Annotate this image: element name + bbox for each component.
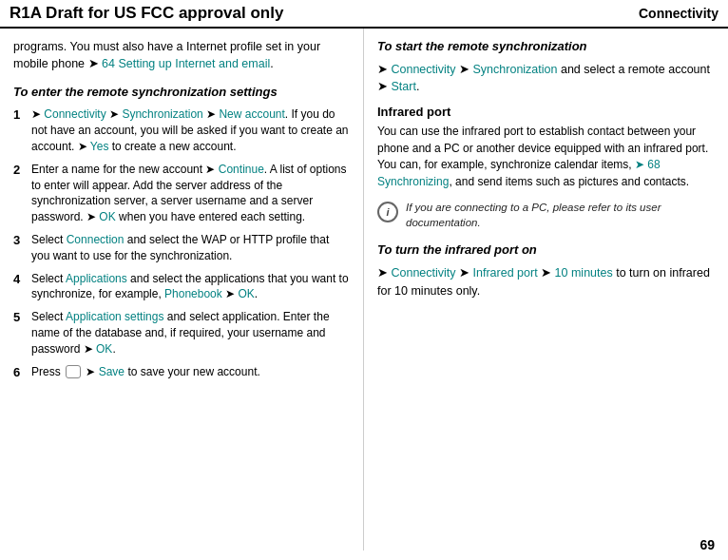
connection-link: Connection [67, 233, 125, 246]
start-link: Start [391, 80, 415, 93]
step-3: 3 Select Connection and select the WAP o… [13, 232, 350, 264]
step-num-6: 6 [13, 364, 27, 381]
step-num-4: 4 [13, 271, 27, 303]
step-1: 1 ➤ Connectivity ➤ Synchronization ➤ New… [13, 106, 350, 154]
enter-settings-heading: To enter the remote synchronization sett… [13, 84, 350, 101]
app-settings-link: Application settings [66, 310, 163, 323]
step-6: 6 Press ➤ Save to save your new account. [13, 364, 350, 381]
applications-link: Applications [66, 272, 127, 285]
step-5-text: Select Application settings and select a… [31, 309, 350, 357]
phonebook-link: Phonebook [164, 287, 222, 300]
new-account-link: New account [219, 107, 284, 121]
note-box: i If you are connecting to a PC, please … [377, 200, 715, 230]
intro-paragraph: programs. You must also have a Internet … [13, 38, 350, 72]
connectivity-link-1: Connectivity [44, 107, 105, 121]
ok-link-4: OK [238, 287, 254, 300]
step-4-text: Select Applications and select the appli… [31, 271, 350, 303]
infrared-para: You can use the infrared port to establi… [377, 124, 715, 190]
step-num-5: 5 [13, 309, 27, 357]
step-2-text: Enter a name for the new account ➤ Conti… [31, 162, 350, 225]
header-subtitle: Draft for US FCC approval only [41, 4, 283, 22]
save-link: Save [99, 365, 125, 378]
page-number: 69 [699, 537, 715, 552]
step-5: 5 Select Application settings and select… [13, 309, 350, 357]
step-num-3: 3 [13, 232, 27, 264]
arrow-icon: ➤ [88, 57, 99, 70]
continue-link: Continue [219, 163, 264, 176]
infrared-sync-link: ➤ 68 Synchronizing [377, 158, 661, 187]
step-1-text: ➤ Connectivity ➤ Synchronization ➤ New a… [31, 106, 350, 154]
ok-link-2: OK [99, 210, 115, 223]
step-num-1: 1 [13, 106, 27, 154]
connectivity-link-3: Connectivity [391, 266, 455, 280]
infrared-port-link: Infrared port [473, 266, 538, 280]
connectivity-link-2: Connectivity [391, 63, 455, 76]
header-title: R1A Draft for US FCC approval only [10, 4, 283, 23]
infrared-heading: Infrared port [377, 105, 715, 119]
intro-link: 64 Setting up Internet and email [102, 57, 270, 70]
main-content: programs. You must also have a Internet … [0, 29, 728, 550]
yes-link: Yes [90, 140, 109, 153]
ok-link-5: OK [96, 342, 112, 356]
synchronization-link-2: Synchronization [473, 63, 558, 76]
turn-on-heading: To turn the infrared port on [377, 241, 715, 259]
note-text: If you are connecting to a PC, please re… [406, 200, 715, 230]
header-section-label: Connectivity [639, 6, 718, 21]
step-3-text: Select Connection and select the WAP or … [31, 232, 350, 264]
steps-list: 1 ➤ Connectivity ➤ Synchronization ➤ New… [13, 106, 350, 380]
step-6-text: Press ➤ Save to save your new account. [31, 364, 350, 381]
right-column: To start the remote synchronization ➤ Co… [364, 29, 728, 550]
ten-minutes-link: 10 minutes [555, 266, 613, 280]
step-4: 4 Select Applications and select the app… [13, 271, 350, 303]
start-sync-instruction: ➤ Connectivity ➤ Synchronization and sel… [377, 61, 715, 95]
start-sync-heading: To start the remote synchronization [377, 38, 715, 55]
synchronization-link-1: Synchronization [122, 107, 202, 121]
turn-on-instruction: ➤ Connectivity ➤ Infrared port ➤ 10 minu… [377, 264, 715, 299]
left-column: programs. You must also have a Internet … [0, 29, 364, 550]
step-num-2: 2 [13, 162, 27, 225]
note-icon: i [377, 202, 398, 222]
r1a-label: R1A [10, 4, 41, 22]
step-2: 2 Enter a name for the new account ➤ Con… [13, 162, 350, 225]
page-header: R1A Draft for US FCC approval only Conne… [0, 0, 728, 29]
